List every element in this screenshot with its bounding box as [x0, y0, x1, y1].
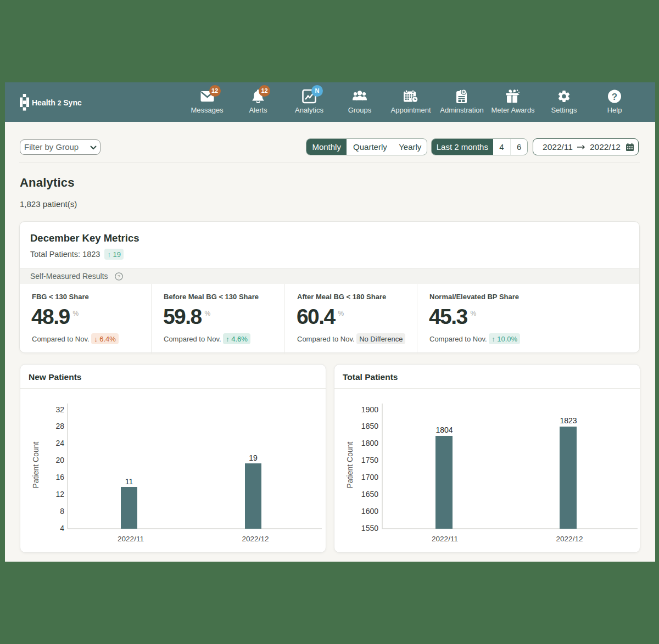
svg-text:1700: 1700 — [361, 473, 378, 481]
svg-text:1750: 1750 — [361, 456, 378, 464]
svg-text:1650: 1650 — [361, 490, 378, 499]
svg-text:?: ? — [612, 92, 617, 102]
svg-text:2022/12: 2022/12 — [242, 535, 269, 543]
svg-text:20: 20 — [55, 456, 64, 464]
svg-text:24: 24 — [55, 439, 64, 447]
svg-text:?: ? — [118, 273, 120, 279]
svg-text:1804: 1804 — [435, 425, 453, 434]
svg-text:12: 12 — [55, 490, 64, 499]
svg-text:2022/11: 2022/11 — [118, 535, 144, 543]
svg-text:1823: 1823 — [560, 416, 577, 425]
svg-text:1850: 1850 — [361, 422, 378, 430]
svg-text:1550: 1550 — [361, 524, 378, 533]
svg-text:1900: 1900 — [361, 405, 378, 414]
svg-text:19: 19 — [249, 453, 258, 462]
svg-text:1800: 1800 — [361, 439, 378, 447]
svg-text:2022/11: 2022/11 — [432, 535, 458, 543]
svg-text:1600: 1600 — [361, 507, 378, 516]
svg-text:32: 32 — [55, 405, 64, 414]
svg-text:11: 11 — [125, 477, 133, 486]
svg-text:2022/12: 2022/12 — [556, 535, 583, 543]
svg-text:16: 16 — [55, 473, 64, 481]
svg-text:Patient Count: Patient Count — [31, 441, 40, 488]
svg-text:4: 4 — [60, 524, 64, 533]
svg-text:8: 8 — [60, 507, 64, 516]
svg-text:28: 28 — [55, 422, 64, 430]
svg-text:Patient Count: Patient Count — [345, 441, 354, 488]
